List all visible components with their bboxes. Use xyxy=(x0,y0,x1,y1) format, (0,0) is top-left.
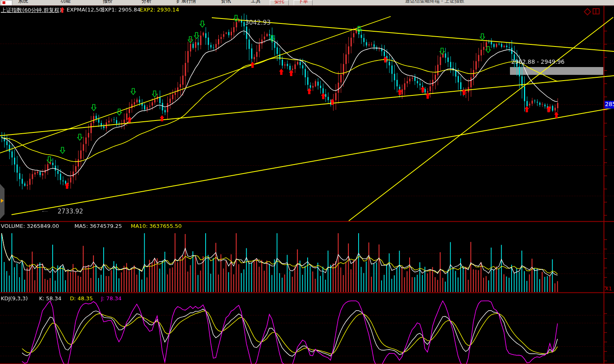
menu-item-news[interactable]: 资讯 xyxy=(221,0,231,5)
volume-scale-label: X1 xyxy=(605,285,612,292)
app-icon-glyph xyxy=(2,1,5,4)
indicator-label[interactable]: EXPMA(12,50) xyxy=(67,7,104,13)
low-price-label: 2733.92 xyxy=(58,208,83,215)
instrument-underline xyxy=(1,12,59,13)
split-window-divider xyxy=(595,9,596,14)
order-button-label: 下单 xyxy=(298,0,308,4)
window-title: 通达信金融终端 - 上证指数 xyxy=(405,0,464,5)
app-icon[interactable] xyxy=(1,0,12,6)
range-label: 2962.88 - 2949.96 xyxy=(511,58,565,65)
volume-ma10: MA10: 3637655.50 xyxy=(131,223,182,229)
menu-item-quotes[interactable]: 报价 xyxy=(103,0,113,5)
menu-item-system[interactable]: 系统 xyxy=(18,0,28,5)
exp1-value: EXP1: 2905.84 xyxy=(101,7,141,13)
menu-item-function[interactable]: 功能 xyxy=(60,0,70,5)
order-button[interactable]: 下单 xyxy=(294,0,313,6)
kdj-j-value: J: 78.34 xyxy=(101,295,122,301)
trade-button[interactable]: 委托 xyxy=(270,0,289,6)
volume-ma5: MA5: 3674579.25 xyxy=(74,223,122,229)
volume-value: VOLUME: 3265849.00 xyxy=(1,223,59,229)
instrument-title[interactable]: 上证指数(60分钟.前复权) xyxy=(1,7,62,14)
stock-chart-canvas[interactable] xyxy=(0,0,614,364)
menu-item-extended[interactable]: 扩展行情 xyxy=(176,0,196,5)
left-drawer-handle[interactable] xyxy=(0,184,5,219)
drawer-expand-icon xyxy=(1,199,4,203)
exp2-value: EXP2: 2930.14 xyxy=(140,7,179,13)
kdj-d-value: D: 48.35 xyxy=(70,295,93,301)
peak-price-label: 3042.93 xyxy=(245,19,271,26)
last-price-tag: 2859 xyxy=(605,101,614,109)
menu-bar: 系统 功能 报价 分析 扩展行情 资讯 工具 委托 下单 通达信金融终端 - 上… xyxy=(0,0,614,6)
low-price-arrow xyxy=(34,211,56,212)
trading-terminal: 系统 功能 报价 分析 扩展行情 资讯 工具 委托 下单 通达信金融终端 - 上… xyxy=(0,0,614,364)
up-arrow-icon xyxy=(60,7,65,13)
menu-item-analysis[interactable]: 分析 xyxy=(141,0,151,5)
trade-button-label: 委托 xyxy=(274,0,284,4)
kdj-title[interactable]: KDJ(9,3,3) xyxy=(1,295,28,301)
kdj-k-value: K: 58.34 xyxy=(39,295,61,301)
split-window-icon[interactable] xyxy=(593,8,600,14)
menu-item-tools[interactable]: 工具 xyxy=(251,0,261,5)
